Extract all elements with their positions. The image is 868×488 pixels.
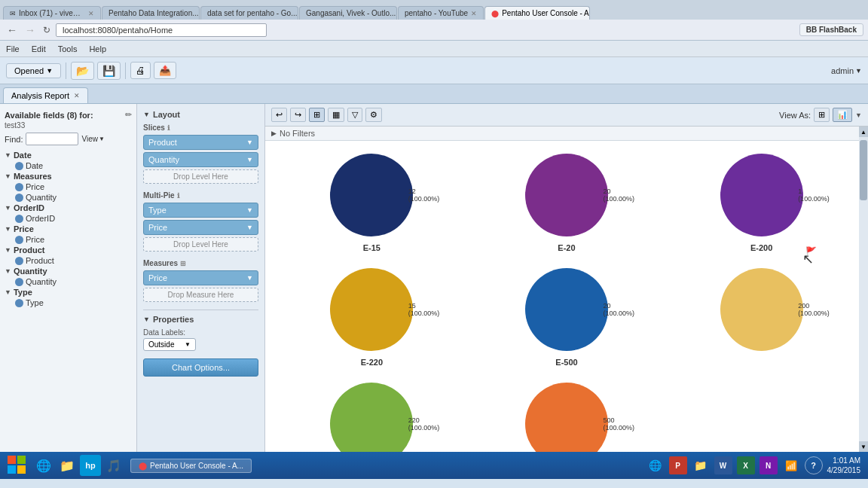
tree-date-section[interactable]: ▼ Date: [5, 150, 132, 160]
open-file-button[interactable]: 📂: [71, 62, 94, 80]
windows-logo-icon: [6, 454, 27, 475]
view-dropdown[interactable]: View ▼: [81, 135, 104, 143]
scroll-thumb[interactable]: [860, 140, 867, 200]
slice1-dropdown[interactable]: Product ▼: [143, 135, 258, 150]
measures-header: Measures ⊞: [143, 259, 258, 267]
menu-tools[interactable]: Tools: [58, 44, 78, 53]
refresh-button[interactable]: ↻: [41, 25, 53, 35]
menu-edit[interactable]: Edit: [32, 44, 46, 53]
date-section-label: Date: [14, 151, 32, 160]
network-icon[interactable]: 📶: [782, 456, 800, 474]
svg-point-5: [720, 268, 803, 351]
chart-view-button[interactable]: ▦: [328, 108, 344, 122]
admin-menu[interactable]: admin ▼: [831, 66, 862, 75]
export-button[interactable]: 📤: [154, 62, 176, 79]
analysis-report-tab-close[interactable]: ✕: [74, 92, 80, 99]
slice2-dropdown[interactable]: Quantity ▼: [143, 152, 258, 167]
tree-orderid-section[interactable]: ▼ OrderID: [5, 203, 132, 213]
e20-title: E-20: [558, 243, 575, 252]
settings-button[interactable]: ⚙: [365, 108, 382, 122]
menu-file[interactable]: File: [6, 44, 20, 53]
tab-outlook[interactable]: Gangasani, Vivek - Outlo... ✕: [299, 6, 397, 20]
tab-youtube-close[interactable]: ✕: [471, 10, 477, 17]
tree-quantity-section-item[interactable]: Quantity: [5, 276, 132, 287]
find-input[interactable]: [26, 133, 78, 145]
measures-icon: ⊞: [180, 260, 186, 267]
outside-select[interactable]: Outside ▼: [143, 338, 196, 351]
hp-icon[interactable]: hp: [80, 455, 101, 476]
edit-icon[interactable]: ✏: [125, 110, 132, 120]
tree-price-item[interactable]: Price: [5, 181, 132, 192]
pie-e220: [326, 264, 417, 355]
analysis-report-tab[interactable]: Analysis Report ✕: [3, 87, 88, 103]
ie-icon[interactable]: 🌐: [33, 455, 54, 476]
menu-help[interactable]: Help: [89, 44, 106, 53]
redo-button[interactable]: ↪: [290, 108, 306, 122]
tree-quantity-section[interactable]: ▼ Quantity: [5, 266, 132, 276]
vertical-scrollbar[interactable]: ▲ ▼: [859, 127, 868, 452]
type-dropdown[interactable]: Type ▼: [143, 203, 258, 218]
view-chart-arrow[interactable]: ▼: [855, 111, 862, 119]
tree-price-section-item[interactable]: Price: [5, 234, 132, 245]
tab-console[interactable]: ⬤ Pentaho User Console - A... ✕: [484, 6, 590, 20]
tree-orderid-item[interactable]: OrderID: [5, 213, 132, 224]
pentaho-app-btn[interactable]: ⬤ Pentaho User Console - A...: [130, 459, 252, 473]
tree-measures-section[interactable]: ▼ Measures: [5, 171, 132, 181]
question-icon[interactable]: ?: [805, 456, 823, 474]
pentaho-app-label: Pentaho User Console - A...: [150, 462, 243, 470]
chart-options-button[interactable]: Chart Options...: [143, 358, 258, 377]
find-label: Find:: [5, 135, 23, 144]
tab-dataset[interactable]: data set for pentaho - Go... ✕: [200, 6, 298, 20]
word-icon[interactable]: W: [714, 456, 732, 474]
undo-button[interactable]: ↩: [271, 108, 287, 122]
onenote-icon[interactable]: N: [760, 456, 778, 474]
folder-icon[interactable]: 📁: [57, 455, 78, 476]
view-table-btn[interactable]: ⊞: [814, 108, 830, 122]
forward-button[interactable]: →: [23, 24, 38, 36]
tree-product-section[interactable]: ▼ Product: [5, 245, 132, 255]
find-row: Find: View ▼: [5, 133, 132, 145]
opened-label: Opened: [14, 66, 44, 75]
svg-point-3: [330, 268, 413, 351]
tree-price-section[interactable]: ▼ Price: [5, 224, 132, 234]
e500-value-label: 20(100.00%): [603, 302, 634, 317]
tab-inbox-close[interactable]: ✕: [88, 10, 94, 17]
tree-type-section[interactable]: ▼ Type: [5, 287, 132, 297]
tree-quantity-item[interactable]: Quantity: [5, 192, 132, 203]
address-field[interactable]: localhost:8080/pentaho/Home: [56, 23, 267, 37]
price-measure-dropdown[interactable]: Price ▼: [143, 270, 258, 285]
tab-inbox-label: Inbox (71) - vivek.vy901@...: [19, 9, 84, 17]
price-dropdown[interactable]: Price ▼: [143, 220, 258, 235]
tray-time: 1:01 AM: [827, 456, 861, 465]
tab-youtube[interactable]: pentaho - YouTube ✕: [398, 6, 484, 20]
tab-youtube-label: pentaho - YouTube: [405, 9, 468, 17]
e20-value-label: 20(100.00%): [603, 188, 634, 203]
view-chart-btn[interactable]: 📊: [833, 108, 852, 122]
svg-rect-9: [17, 456, 26, 464]
scroll-up-btn[interactable]: ▲: [859, 127, 868, 137]
media-icon[interactable]: 🎵: [103, 455, 124, 476]
tab-inbox[interactable]: ✉ Inbox (71) - vivek.vy901@... ✕: [3, 6, 101, 20]
quantity-section-item-label: Quantity: [26, 277, 57, 286]
folder2-icon[interactable]: 📁: [692, 456, 710, 474]
tree-product-item[interactable]: Product: [5, 255, 132, 266]
tree-date-item[interactable]: Date: [5, 160, 132, 171]
start-button[interactable]: [3, 454, 30, 477]
filter-button[interactable]: ▽: [347, 108, 362, 122]
menu-bar: File Edit Tools Help: [0, 41, 868, 57]
chart-orange: 500(100.00%): [472, 379, 662, 452]
excel-icon[interactable]: X: [737, 456, 755, 474]
save-button[interactable]: 💾: [97, 62, 121, 80]
chrome-icon[interactable]: 🌐: [646, 456, 665, 474]
opened-button[interactable]: Opened ▼: [6, 63, 61, 78]
ppt-icon[interactable]: P: [669, 456, 687, 474]
tree-type-item[interactable]: Type: [5, 297, 132, 308]
back-button[interactable]: ←: [5, 24, 20, 36]
middle-panel: ▼ Layout Slices ℹ Product ▼ Quantity ▼ D…: [137, 104, 265, 452]
scroll-down-btn[interactable]: ▼: [859, 441, 868, 452]
print-button[interactable]: 🖨: [130, 62, 151, 79]
table-view-button[interactable]: ⊞: [309, 108, 325, 122]
drop-measure-zone: Drop Measure Here: [143, 288, 258, 302]
tab-pentaho-di[interactable]: Pentaho Data Integration... ✕: [102, 6, 200, 20]
svg-rect-11: [17, 465, 26, 474]
